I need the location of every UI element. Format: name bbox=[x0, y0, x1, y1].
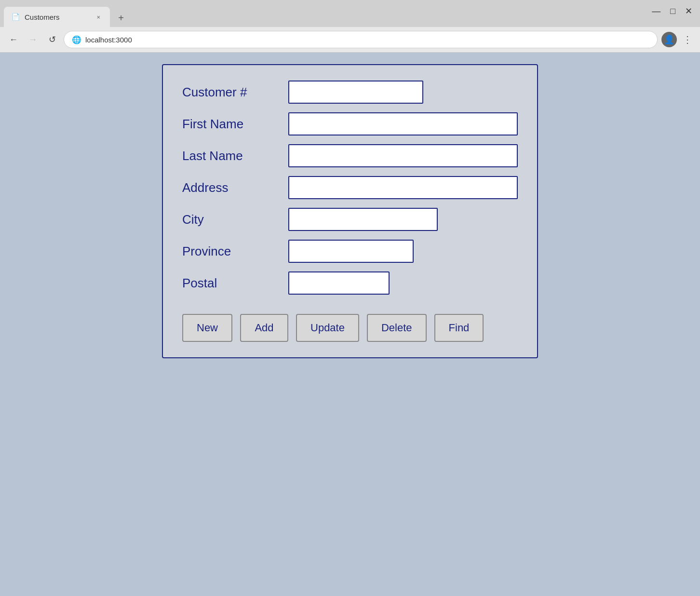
action-buttons: New Add Update Delete Find bbox=[182, 314, 518, 342]
tab-title: Customers bbox=[25, 13, 90, 21]
nav-right-controls: 👤 ⋮ bbox=[661, 32, 694, 47]
browser-chrome: 📄 Customers × + — □ ✕ ← → ↺ 🌐 localhost:… bbox=[0, 0, 700, 53]
tab-close-button[interactable]: × bbox=[94, 13, 102, 22]
customer-form: Customer # First Name Last Name Address … bbox=[162, 64, 538, 358]
minimize-button[interactable]: — bbox=[652, 7, 660, 15]
address-bar[interactable]: 🌐 localhost:3000 bbox=[64, 31, 658, 48]
address-row: Address bbox=[182, 176, 518, 199]
delete-button[interactable]: Delete bbox=[367, 314, 427, 342]
new-button[interactable]: New bbox=[182, 314, 232, 342]
close-window-button[interactable]: ✕ bbox=[685, 7, 692, 15]
province-row: Province bbox=[182, 240, 518, 263]
city-label: City bbox=[182, 212, 288, 227]
city-row: City bbox=[182, 208, 518, 231]
browser-tab[interactable]: 📄 Customers × bbox=[4, 7, 110, 27]
main-content: Customer # First Name Last Name Address … bbox=[0, 53, 700, 596]
province-input[interactable] bbox=[288, 240, 414, 263]
province-label: Province bbox=[182, 244, 288, 259]
globe-icon: 🌐 bbox=[72, 35, 81, 44]
address-input[interactable] bbox=[288, 176, 518, 199]
first-name-row: First Name bbox=[182, 112, 518, 135]
customer-num-row: Customer # bbox=[182, 81, 518, 104]
city-input[interactable] bbox=[288, 208, 438, 231]
last-name-row: Last Name bbox=[182, 144, 518, 167]
customer-num-input[interactable] bbox=[288, 81, 423, 104]
postal-input[interactable] bbox=[288, 271, 390, 295]
address-label: Address bbox=[182, 180, 288, 195]
first-name-input[interactable] bbox=[288, 112, 518, 135]
window-controls: — □ ✕ bbox=[652, 7, 692, 15]
first-name-label: First Name bbox=[182, 117, 288, 132]
last-name-label: Last Name bbox=[182, 149, 288, 163]
tab-bar: 📄 Customers × + — □ ✕ bbox=[0, 0, 700, 27]
last-name-input[interactable] bbox=[288, 144, 518, 167]
nav-bar: ← → ↺ 🌐 localhost:3000 👤 ⋮ bbox=[0, 27, 700, 52]
postal-label: Postal bbox=[182, 276, 288, 291]
profile-icon-glyph: 👤 bbox=[664, 34, 674, 45]
maximize-button[interactable]: □ bbox=[670, 7, 675, 15]
tab-document-icon: 📄 bbox=[12, 13, 20, 21]
add-button[interactable]: Add bbox=[240, 314, 288, 342]
address-text: localhost:3000 bbox=[85, 36, 132, 44]
find-button[interactable]: Find bbox=[434, 314, 484, 342]
forward-button[interactable]: → bbox=[25, 32, 40, 47]
new-tab-button[interactable]: + bbox=[114, 11, 128, 25]
customer-num-label: Customer # bbox=[182, 85, 288, 100]
postal-row: Postal bbox=[182, 271, 518, 295]
back-button[interactable]: ← bbox=[6, 32, 21, 47]
reload-button[interactable]: ↺ bbox=[44, 32, 60, 47]
profile-button[interactable]: 👤 bbox=[661, 32, 677, 47]
browser-menu-button[interactable]: ⋮ bbox=[681, 32, 694, 47]
update-button[interactable]: Update bbox=[296, 314, 359, 342]
